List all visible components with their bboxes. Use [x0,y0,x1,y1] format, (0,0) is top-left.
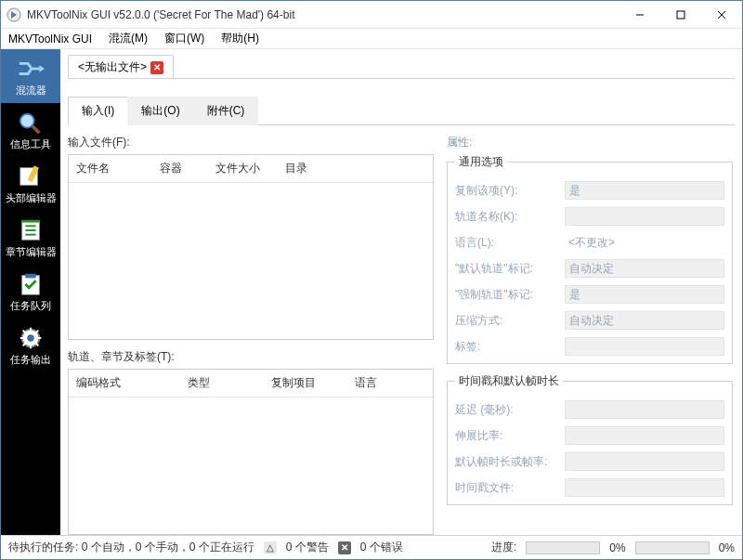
general-options-legend: 通用选项 [455,154,507,170]
stretch-input[interactable] [565,426,724,445]
tracks-body[interactable] [69,397,433,534]
status-errors[interactable]: 0 个错误 [360,540,403,555]
job-output-icon [17,325,45,351]
sidebar-item-header-editor[interactable]: 头部编辑器 [1,157,60,211]
menu-app[interactable]: MKVToolNix GUI [8,33,92,46]
sidebar-item-job-queue[interactable]: 任务队列 [1,265,60,319]
document-tab-label: <无输出文件> [78,59,147,75]
compression-select[interactable]: 自动决定 [565,311,724,330]
progress-percent-total: 0% [719,541,735,554]
language-select[interactable]: <不更改> [565,233,724,252]
tab-input[interactable]: 输入(I) [68,97,128,125]
svg-marker-5 [39,65,45,72]
files-header: 文件名 容器 文件大小 目录 [69,155,433,183]
menu-mux[interactable]: 混流(M) [109,31,148,46]
input-files-label: 输入文件(F): [68,135,434,150]
info-icon [17,110,45,136]
error-icon: ✕ [338,541,351,554]
timing-legend: 时间戳和默认帧时长 [455,373,563,389]
warning-icon: △ [264,541,277,554]
compression-label: 压缩方式: [455,313,557,329]
job-queue-icon [17,271,45,297]
svg-rect-14 [22,219,40,222]
minimize-button[interactable] [619,1,660,28]
language-label: 语言(L): [455,235,557,251]
sidebar-item-job-output[interactable]: 任务输出 [1,319,60,372]
muxer-icon [17,56,45,82]
col-container[interactable]: 容器 [152,155,208,182]
tags-label: 标签: [455,339,557,355]
delay-label: 延迟 (毫秒): [455,402,557,418]
tab-attachments[interactable]: 附件(C) [193,97,259,125]
close-button[interactable] [701,1,742,28]
files-body[interactable] [69,183,433,339]
svg-rect-16 [25,273,35,278]
title-bar: MKVToolNix GUI v52.0.0 ('Secret For The … [1,1,742,29]
chapter-editor-icon [17,217,45,243]
col-codec[interactable]: 编码格式 [69,370,180,397]
close-icon[interactable]: ✕ [150,61,163,74]
document-tabs: <无输出文件> ✕ [68,55,735,79]
copy-item-select[interactable]: 是 [565,181,724,200]
progress-bar-total [635,541,710,554]
input-files-list[interactable]: 文件名 容器 文件大小 目录 [68,154,434,340]
main-area: 混流器 信息工具 头部编辑器 章节编辑器 任务队列 任务输出 <无输出文件> ✕ [1,49,742,535]
input-panel: 输入文件(F): 文件名 容器 文件大小 目录 轨道、章节及标签(T): 编码格… [68,125,735,535]
forced-flag-label: "强制轨道"标记: [455,287,557,303]
status-bar: 待执行的任务: 0 个自动，0 个手动，0 个正在运行 △ 0 个警告 ✕ 0 … [1,535,742,559]
document-tab[interactable]: <无输出文件> ✕ [68,55,174,79]
sidebar-label-muxer: 混流器 [16,84,46,98]
sidebar-item-chapter-editor[interactable]: 章节编辑器 [1,211,60,265]
left-column: 输入文件(F): 文件名 容器 文件大小 目录 轨道、章节及标签(T): 编码格… [68,135,434,535]
tracks-label: 轨道、章节及标签(T): [68,349,434,365]
menu-bar: MKVToolNix GUI 混流(M) 窗口(W) 帮助(H) [1,29,742,49]
sidebar-label-chapter: 章节编辑器 [6,245,57,259]
default-duration-label: 默认帧时长或帧率: [455,454,557,470]
timing-group: 时间戳和默认帧时长 延迟 (毫秒): 伸展比率: 默认帧时长或帧率: 时间戳文件… [447,373,733,505]
col-filename[interactable]: 文件名 [69,155,152,182]
col-size[interactable]: 文件大小 [208,155,278,182]
menu-window[interactable]: 窗口(W) [164,31,204,46]
svg-line-7 [33,125,40,133]
mux-tabs: 输入(I) 输出(O) 附件(C) [68,96,735,125]
tracks-list[interactable]: 编码格式 类型 复制项目 语言 [68,369,434,535]
col-dir[interactable]: 目录 [278,155,315,182]
tab-output[interactable]: 输出(O) [127,97,193,125]
default-duration-input[interactable] [565,452,724,471]
default-flag-select[interactable]: 自动决定 [565,259,724,278]
forced-flag-select[interactable]: 是 [565,285,724,304]
status-pending-tasks: 待执行的任务: 0 个自动，0 个手动，0 个正在运行 [8,540,254,555]
menu-help[interactable]: 帮助(H) [221,31,259,46]
properties-label: 属性: [447,135,733,150]
maximize-button[interactable] [660,1,701,28]
sidebar: 混流器 信息工具 头部编辑器 章节编辑器 任务队列 任务输出 [1,49,60,535]
timestamp-file-input[interactable] [565,478,724,497]
col-copy[interactable]: 复制项目 [264,370,347,397]
progress-label: 进度: [491,540,516,555]
track-name-input[interactable] [565,207,724,226]
col-type[interactable]: 类型 [180,370,264,397]
sidebar-label-info: 信息工具 [10,137,51,151]
timestamp-file-label: 时间戳文件: [455,480,557,496]
status-warnings[interactable]: 0 个警告 [286,540,329,555]
col-lang[interactable]: 语言 [347,370,385,397]
sidebar-item-info[interactable]: 信息工具 [1,103,60,157]
content-area: <无输出文件> ✕ 输入(I) 输出(O) 附件(C) 输入文件(F): 文件名… [60,49,742,535]
track-name-label: 轨道名称(K): [455,209,557,225]
svg-point-6 [20,113,34,127]
progress-bar-current [526,541,600,554]
svg-point-18 [27,334,34,342]
copy-item-label: 复制该项(Y): [455,183,557,199]
svg-rect-2 [677,11,684,19]
window-title: MKVToolNix GUI v52.0.0 ('Secret For The … [27,8,619,21]
sidebar-item-muxer[interactable]: 混流器 [1,49,60,103]
tags-input[interactable] [565,337,724,356]
default-flag-label: "默认轨道"标记: [455,261,557,277]
header-editor-icon [17,163,45,189]
delay-input[interactable] [565,400,724,419]
stretch-label: 伸展比率: [455,428,557,444]
sidebar-label-output: 任务输出 [10,353,51,367]
progress-percent-current: 0% [609,541,625,554]
right-column: 属性: 通用选项 复制该项(Y):是 轨道名称(K): 语言(L):<不更改> … [447,135,735,535]
app-icon [7,7,21,22]
